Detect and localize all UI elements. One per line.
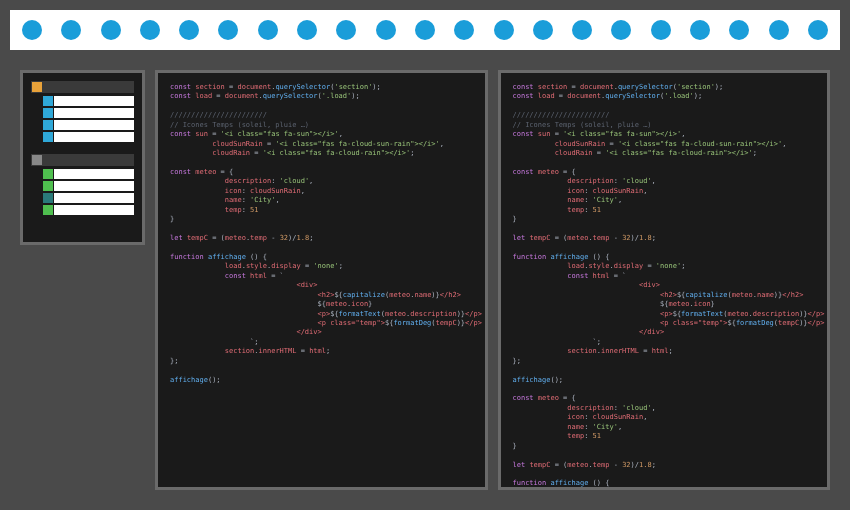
nav-dot[interactable]: [297, 20, 317, 40]
code-line: }: [513, 442, 816, 451]
code-line: function affichage () {: [513, 253, 816, 262]
code-line: };: [513, 357, 816, 366]
code-line: [170, 366, 473, 375]
code-line: function affichage () {: [513, 479, 816, 488]
nav-dot[interactable]: [572, 20, 592, 40]
nav-dot[interactable]: [101, 20, 121, 40]
nav-dot[interactable]: [258, 20, 278, 40]
code-line: load.style.display = 'none';: [513, 489, 816, 490]
code-line: temp: 51: [513, 432, 816, 441]
code-line: [513, 243, 816, 252]
code-line: </div>: [170, 328, 473, 337]
code-line: <p class="temp">${formatDeg(tempC)}</p>: [513, 319, 816, 328]
file-icon: [43, 169, 53, 179]
code-line: let tempC = (meteo.temp - 32)/1.8;: [513, 461, 816, 470]
code-line: [170, 243, 473, 252]
file-icon: [43, 108, 53, 118]
file-item[interactable]: [43, 120, 134, 130]
nav-dot[interactable]: [808, 20, 828, 40]
nav-dot[interactable]: [533, 20, 553, 40]
nav-dot[interactable]: [336, 20, 356, 40]
nav-dot[interactable]: [454, 20, 474, 40]
code-line: name: 'City',: [513, 423, 816, 432]
code-line: const meteo = {: [170, 168, 473, 177]
folder-icon: [32, 82, 42, 92]
file-item[interactable]: [43, 96, 134, 106]
file-item[interactable]: [43, 132, 134, 142]
code-line: }: [170, 215, 473, 224]
code-line: cloudRain = '<i class="fas fa-cloud-rain…: [513, 149, 816, 158]
folder-icon: [32, 155, 42, 165]
code-line: const section = document.querySelector('…: [170, 83, 473, 92]
nav-dot[interactable]: [729, 20, 749, 40]
code-line: const meteo = {: [513, 394, 816, 403]
code-line: <p>${formatText(meteo.description)}</p>: [513, 310, 816, 319]
nav-dot[interactable]: [611, 20, 631, 40]
top-dot-strip: [10, 10, 840, 50]
file-item[interactable]: [43, 169, 134, 179]
file-item[interactable]: [43, 193, 134, 203]
code-line: const html = `: [170, 272, 473, 281]
code-editor-left[interactable]: const section = document.querySelector('…: [155, 70, 488, 490]
code-line: cloudSunRain = '<i class="fas fa-cloud-s…: [513, 140, 816, 149]
code-editor-right[interactable]: const section = document.querySelector('…: [498, 70, 831, 490]
file-explorer[interactable]: [20, 70, 145, 245]
file-label: [54, 181, 134, 191]
code-line: ${meteo.icon}: [513, 300, 816, 309]
code-line: section.innerHTML = html;: [513, 347, 816, 356]
code-line: [513, 385, 816, 394]
file-label: [54, 96, 134, 106]
code-line: <div>: [513, 281, 816, 290]
code-line: const load = document.querySelector('.lo…: [513, 92, 816, 101]
code-line: <p>${formatText(meteo.description)}</p>: [170, 310, 473, 319]
code-line: load.style.display = 'none';: [170, 262, 473, 271]
code-line: affichage();: [170, 376, 473, 385]
file-icon: [43, 193, 53, 203]
code-line: const load = document.querySelector('.lo…: [170, 92, 473, 101]
file-item[interactable]: [43, 181, 134, 191]
code-line: [170, 159, 473, 168]
code-line: ${meteo.icon}: [170, 300, 473, 309]
file-label: [54, 120, 134, 130]
file-icon: [43, 132, 53, 142]
code-line: [513, 159, 816, 168]
nav-dot[interactable]: [61, 20, 81, 40]
nav-dot[interactable]: [218, 20, 238, 40]
code-line: cloudSunRain = '<i class="fas fa-cloud-s…: [170, 140, 473, 149]
nav-dot[interactable]: [22, 20, 42, 40]
code-line: name: 'City',: [513, 196, 816, 205]
code-line: [513, 470, 816, 479]
nav-dot[interactable]: [376, 20, 396, 40]
code-line: const sun = '<i class="fas fa-sun"></i>'…: [170, 130, 473, 139]
code-line: icon: cloudSunRain,: [513, 413, 816, 422]
file-label: [54, 132, 134, 142]
code-line: </div>: [513, 328, 816, 337]
file-label: [54, 108, 134, 118]
main-area: const section = document.querySelector('…: [10, 60, 840, 500]
nav-dot[interactable]: [140, 20, 160, 40]
code-line: description: 'cloud',: [513, 404, 816, 413]
folder-header[interactable]: [31, 154, 134, 166]
nav-dot[interactable]: [179, 20, 199, 40]
nav-dot[interactable]: [415, 20, 435, 40]
nav-dot[interactable]: [494, 20, 514, 40]
code-line: [170, 225, 473, 234]
code-line: icon: cloudSunRain,: [513, 187, 816, 196]
file-label: [54, 193, 134, 203]
nav-dot[interactable]: [690, 20, 710, 40]
code-line: };: [170, 357, 473, 366]
nav-dot[interactable]: [651, 20, 671, 40]
code-line: [513, 366, 816, 375]
code-line: [513, 102, 816, 111]
code-line: <h2>${capitalize(meteo.name)}</h2>: [513, 291, 816, 300]
folder-header[interactable]: [31, 81, 134, 93]
nav-dot[interactable]: [769, 20, 789, 40]
file-item[interactable]: [43, 205, 134, 215]
file-item[interactable]: [43, 108, 134, 118]
code-line: let tempC = (meteo.temp - 32)/1.8;: [170, 234, 473, 243]
code-line: <h2>${capitalize(meteo.name)}</h2>: [170, 291, 473, 300]
code-line: description: 'cloud',: [170, 177, 473, 186]
code-line: temp: 51: [513, 206, 816, 215]
code-line: let tempC = (meteo.temp - 32)/1.8;: [513, 234, 816, 243]
code-line: <p class="temp">${formatDeg(tempC)}</p>: [170, 319, 473, 328]
